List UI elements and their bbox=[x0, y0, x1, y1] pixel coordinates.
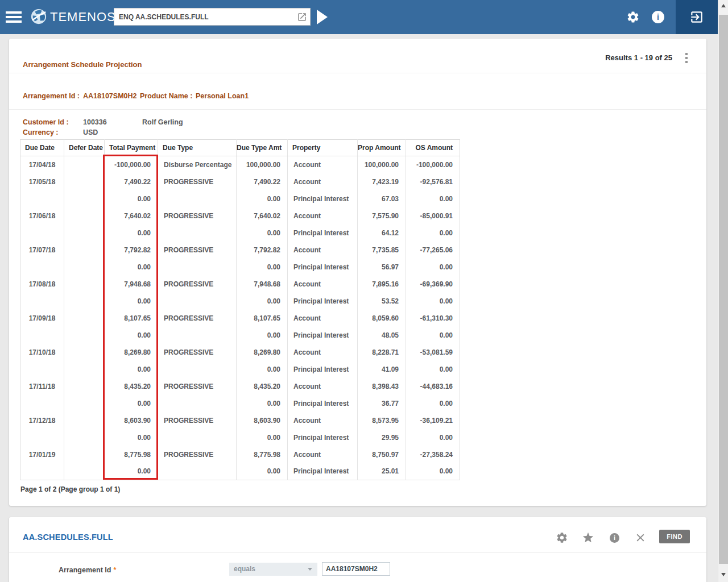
query-settings-gear-icon[interactable] bbox=[556, 531, 568, 546]
column-header: Due Type Amt bbox=[237, 140, 288, 156]
table-cell: 8,603.90 bbox=[105, 412, 158, 429]
table-cell: PROGRESSIVE bbox=[158, 344, 237, 361]
sign-out-icon bbox=[689, 10, 704, 24]
table-cell: Account bbox=[288, 344, 358, 361]
table-cell: 8,269.80 bbox=[237, 344, 288, 361]
table-cell: 7,490.22 bbox=[237, 173, 288, 190]
table-cell: 17/07/18 bbox=[20, 242, 64, 259]
launch-icon[interactable] bbox=[297, 12, 307, 24]
required-asterisk: * bbox=[113, 566, 116, 574]
command-line-wrap bbox=[114, 8, 311, 26]
table-cell bbox=[20, 395, 64, 412]
query-info-icon[interactable]: i bbox=[610, 533, 619, 543]
chevron-down-icon bbox=[308, 568, 312, 571]
currency-value: USD bbox=[83, 128, 98, 136]
pagination-text: Page 1 of 2 (Page group 1 of 1) bbox=[20, 485, 120, 493]
table-row: 17/12/188,603.90PROGRESSIVE8,603.90Accou… bbox=[20, 412, 460, 429]
table-cell: 0.00 bbox=[406, 361, 460, 378]
scroll-up-icon[interactable] bbox=[721, 4, 726, 7]
scrollbar-thumb[interactable] bbox=[719, 15, 728, 564]
table-cell: -36,109.21 bbox=[406, 412, 460, 429]
table-cell: Account bbox=[288, 173, 358, 190]
table-cell: 36.77 bbox=[358, 395, 406, 412]
table-cell: PROGRESSIVE bbox=[158, 173, 237, 190]
table-cell: -53,081.59 bbox=[406, 344, 460, 361]
schedule-table: Due DateDefer DateTotal PaymentDue TypeD… bbox=[20, 139, 460, 480]
table-cell: 17/11/18 bbox=[20, 378, 64, 395]
table-cell bbox=[158, 327, 237, 344]
table-cell: 56.97 bbox=[358, 259, 406, 276]
table-row: 17/05/187,490.22PROGRESSIVE7,490.22Accou… bbox=[20, 173, 460, 190]
table-cell: 7,948.68 bbox=[105, 276, 158, 293]
table-cell: 0.00 bbox=[406, 190, 460, 207]
table-cell bbox=[64, 378, 105, 395]
table-cell: 100,000.00 bbox=[358, 156, 406, 173]
table-cell: -100,000.00 bbox=[406, 156, 460, 173]
table-cell: 0.00 bbox=[105, 327, 158, 344]
more-options-icon[interactable] bbox=[684, 53, 689, 65]
table-row: 17/08/187,948.68PROGRESSIVE7,948.68Accou… bbox=[20, 276, 460, 293]
arrangement-id-input[interactable] bbox=[322, 562, 390, 576]
menu-icon[interactable] bbox=[6, 11, 22, 23]
table-cell: Account bbox=[288, 310, 358, 327]
find-button[interactable]: FIND bbox=[659, 530, 690, 543]
table-cell bbox=[64, 327, 105, 344]
table-cell: 8,269.80 bbox=[105, 344, 158, 361]
table-cell bbox=[64, 259, 105, 276]
customer-name-value: Rolf Gerling bbox=[142, 118, 183, 126]
vertical-scrollbar bbox=[718, 0, 728, 582]
table-cell: Account bbox=[288, 207, 358, 225]
arrangement-id-value: AA18107SM0H2 bbox=[83, 92, 137, 100]
info-icon[interactable]: i bbox=[652, 11, 664, 23]
product-name-value: Personal Loan1 bbox=[196, 92, 249, 100]
table-cell bbox=[64, 446, 105, 463]
table-cell: -100,000.00 bbox=[105, 156, 158, 173]
table-cell: -92,576.81 bbox=[406, 173, 460, 190]
operator-select[interactable]: equals bbox=[229, 563, 317, 576]
table-row: 17/04/18-100,000.00Disburse Percentage10… bbox=[20, 156, 460, 173]
column-header: Defer Date bbox=[64, 140, 105, 156]
command-input[interactable] bbox=[114, 9, 310, 25]
table-cell: 48.05 bbox=[358, 327, 406, 344]
table-row: 0.000.00Principal Interest25.010.00 bbox=[20, 463, 460, 480]
table-cell bbox=[158, 259, 237, 276]
table-cell: 17/10/18 bbox=[20, 344, 64, 361]
table-cell: Principal Interest bbox=[288, 361, 358, 378]
table-cell bbox=[64, 293, 105, 310]
close-icon[interactable] bbox=[634, 531, 647, 546]
table-cell: 8,750.97 bbox=[358, 446, 406, 463]
table-cell: 8,775.98 bbox=[237, 446, 288, 463]
table-cell bbox=[20, 190, 64, 207]
table-row: 0.000.00Principal Interest29.950.00 bbox=[20, 429, 460, 446]
table-cell: 25.01 bbox=[358, 463, 406, 480]
table-cell: -44,683.16 bbox=[406, 378, 460, 395]
table-cell: Disburse Percentage bbox=[158, 156, 237, 173]
table-cell bbox=[158, 225, 237, 242]
table-cell: 0.00 bbox=[406, 395, 460, 412]
scroll-down-icon[interactable] bbox=[721, 573, 726, 576]
query-panel: AA.SCHEDULES.FULL i FIND Arrangement Id*… bbox=[9, 517, 706, 582]
settings-gear-icon[interactable] bbox=[626, 10, 640, 26]
table-cell: 8,107.65 bbox=[105, 310, 158, 327]
table-cell: 0.00 bbox=[105, 429, 158, 446]
table-cell: 0.00 bbox=[105, 463, 158, 480]
table-cell: 0.00 bbox=[406, 429, 460, 446]
table-row: 17/11/188,435.20PROGRESSIVE8,435.20Accou… bbox=[20, 378, 460, 395]
table-cell: 0.00 bbox=[105, 259, 158, 276]
customer-id-label: Customer Id : bbox=[23, 118, 69, 126]
run-command-icon[interactable] bbox=[317, 10, 328, 24]
table-cell: 0.00 bbox=[406, 327, 460, 344]
table-cell bbox=[20, 225, 64, 242]
table-cell: Account bbox=[288, 412, 358, 429]
sign-out-button[interactable] bbox=[676, 0, 718, 34]
table-cell: 0.00 bbox=[237, 327, 288, 344]
arrangement-id-label: Arrangement Id : bbox=[23, 92, 80, 100]
table-cell: PROGRESSIVE bbox=[158, 276, 237, 293]
table-cell: 7,423.19 bbox=[358, 173, 406, 190]
table-cell: 7,735.85 bbox=[358, 242, 406, 259]
table-row: 17/10/188,269.80PROGRESSIVE8,269.80Accou… bbox=[20, 344, 460, 361]
favorite-star-icon[interactable] bbox=[582, 531, 594, 546]
table-cell: 0.00 bbox=[105, 190, 158, 207]
table-cell bbox=[20, 293, 64, 310]
table-cell bbox=[158, 361, 237, 378]
